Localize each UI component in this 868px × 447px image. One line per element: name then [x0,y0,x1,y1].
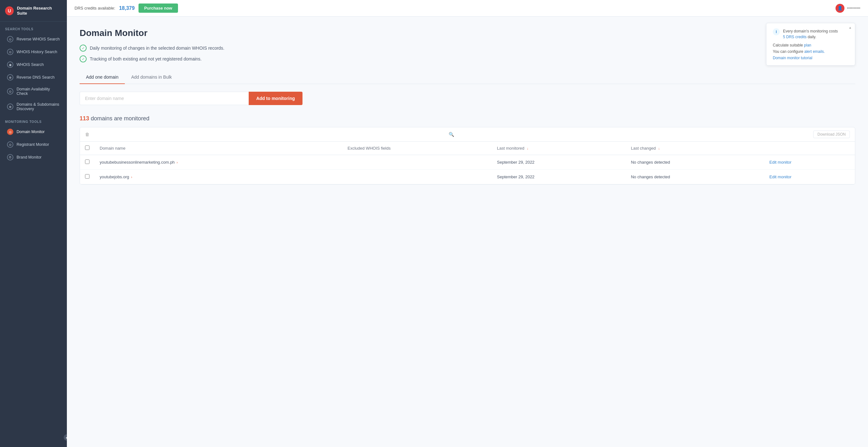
last-changed-sort-icon: ↓ [658,147,660,150]
edit-monitor-link-0[interactable]: Edit monitor [769,160,791,165]
download-json-button[interactable]: Download JSON [813,131,850,138]
sidebar-item-label: Brand Monitor [17,155,42,160]
col-excluded-whois: Excluded WHOIS fields [343,142,492,155]
last-monitored-cell-1: September 29, 2022 [492,170,626,184]
edit-monitor-link-1[interactable]: Edit monitor [769,174,791,179]
sidebar-item-domain-monitor[interactable]: ◎ Domain Monitor [2,126,65,138]
info-alert-link[interactable]: alert emails. [804,49,825,54]
col-last-changed[interactable]: Last changed ↓ [626,142,764,155]
col-last-monitored[interactable]: Last monitored ↓ [492,142,626,155]
delete-icon[interactable]: 🗑 [85,132,90,137]
tab-add-one[interactable]: Add one domain [80,71,125,84]
last-changed-cell-1: No changes detected [626,170,764,184]
domains-count-number: 113 [80,115,89,122]
sidebar-item-registrant-monitor[interactable]: ⊙ Registrant Monitor [2,138,65,151]
page-content: ▲ i Every domain's monitoring costs 5 DR… [67,17,868,447]
sidebar-item-label: WHOIS History Search [17,50,57,54]
sidebar-item-reverse-whois[interactable]: ⊙ Reverse WHOIS Search [2,33,65,45]
sidebar: U Domain Research Suite Search tools ⊙ R… [0,0,67,447]
info-calculate-text: Calculate suitable [773,43,803,47]
info-configure-text: You can configure [773,49,803,54]
search-icon: 🔍 [448,132,454,137]
domain-arrow-icon-1[interactable]: › [131,175,132,179]
user-menu[interactable]: 👤 •••••••••• [836,4,860,13]
info-panel-collapse-button[interactable]: ▲ [848,26,852,29]
sidebar-item-label: Domain Availability Check [17,87,60,96]
page-title: Domain Monitor [80,28,855,38]
sidebar-item-whois-history[interactable]: ⊙ WHOIS History Search [2,46,65,58]
table-row: youtubebusinessonlinemarketing.com.ph › … [80,155,855,170]
sidebar-item-brand-monitor[interactable]: ® Brand Monitor [2,151,65,163]
col-actions [764,142,855,155]
excluded-whois-cell-0 [343,155,492,170]
info-credits-link[interactable]: 5 DRS credits [783,35,807,39]
last-monitored-sort-icon: ↓ [527,147,528,150]
search-tools-label: Search tools [0,22,67,33]
tabs: Add one domain Add domains in Bulk [80,71,855,84]
info-credits-suffix: daily. [807,35,816,39]
sidebar-item-subdomains[interactable]: ⊕ Domains & Subdomains Discovery [2,99,65,114]
col-domain-name: Domain name [95,142,343,155]
whois-search-icon: ◉ [7,61,13,68]
feature-item-2: ✓ Tracking of both existing and not yet … [80,55,855,62]
table-toolbar: 🗑 🔍 Download JSON [80,127,855,142]
sidebar-item-label: WHOIS Search [17,62,43,67]
domain-arrow-icon-0[interactable]: › [177,160,178,164]
reverse-dns-icon: ⊕ [7,74,13,81]
domain-name-0: youtubebusinessonlinemarketing.com.ph [100,160,175,165]
topbar: DRS credits available: 18,379 Purchase n… [67,0,868,17]
feature-text-1: Daily monitoring of changes in the selec… [90,45,224,51]
info-plan-link[interactable]: plan [804,43,811,47]
domains-table: Domain name Excluded WHOIS fields Last m… [80,142,855,184]
check-icon-2: ✓ [80,55,87,62]
table-search: 🔍 [93,132,810,137]
tab-add-bulk[interactable]: Add domains in Bulk [125,71,178,84]
logo-icon: U [5,6,14,15]
domains-count: 113 domains are monitored [80,115,855,122]
sidebar-item-domain-availability[interactable]: ⊙ Domain Availability Check [2,84,65,99]
domain-monitor-icon: ◎ [7,129,13,135]
sidebar-item-label: Domains & Subdomains Discovery [17,102,60,111]
credits-label: DRS credits available: [74,6,115,10]
credits-value: 18,379 [119,5,135,11]
info-main-text: Every domain's monitoring costs [783,29,838,33]
check-icon-1: ✓ [80,44,87,52]
row-checkbox-0[interactable] [85,160,90,164]
info-tutorial-link[interactable]: Domain monitor tutorial [773,56,812,60]
domain-availability-icon: ⊙ [7,88,13,95]
info-icon: i [773,28,780,35]
domain-name-1: youtubejobs.org [100,174,129,179]
user-avatar: 👤 [836,4,844,13]
registrant-monitor-icon: ⊙ [7,141,13,148]
sidebar-item-whois-search[interactable]: ◉ WHOIS Search [2,59,65,71]
sidebar-item-label: Registrant Monitor [17,142,49,147]
whois-history-icon: ⊙ [7,49,13,55]
add-to-monitoring-button[interactable]: Add to monitoring [249,92,303,105]
excluded-whois-cell-1 [343,170,492,184]
select-all-checkbox[interactable] [85,146,90,150]
table-header-row: Domain name Excluded WHOIS fields Last m… [80,142,855,155]
sidebar-logo[interactable]: U Domain Research Suite [0,0,67,22]
sidebar-item-reverse-dns[interactable]: ⊕ Reverse DNS Search [2,71,65,84]
domain-input-row: Add to monitoring [80,92,303,105]
sidebar-item-label: Domain Monitor [17,130,44,134]
domain-name-cell-1: youtubejobs.org › [100,174,338,179]
monitoring-tools-label: Monitoring tools [0,114,67,125]
domain-input[interactable] [80,92,249,105]
domain-name-cell-0: youtubebusinessonlinemarketing.com.ph › [100,160,338,165]
last-changed-cell-0: No changes detected [626,155,764,170]
domains-count-suffix: domains are monitored [89,115,149,122]
purchase-now-button[interactable]: Purchase now [138,3,178,13]
info-panel: ▲ i Every domain's monitoring costs 5 DR… [766,23,855,66]
reverse-whois-icon: ⊙ [7,36,13,42]
feature-text-2: Tracking of both existing and not yet re… [90,56,202,61]
feature-list: ✓ Daily monitoring of changes in the sel… [80,44,855,62]
brand-monitor-icon: ® [7,154,13,160]
feature-item-1: ✓ Daily monitoring of changes in the sel… [80,44,855,52]
subdomains-icon: ⊕ [7,103,13,110]
last-monitored-cell-0: September 29, 2022 [492,155,626,170]
main-content: DRS credits available: 18,379 Purchase n… [67,0,868,447]
row-checkbox-1[interactable] [85,174,90,179]
domains-table-container: 🗑 🔍 Download JSON Domain name Excluded W… [80,127,855,185]
table-row: youtubejobs.org › September 29, 2022 No … [80,170,855,184]
